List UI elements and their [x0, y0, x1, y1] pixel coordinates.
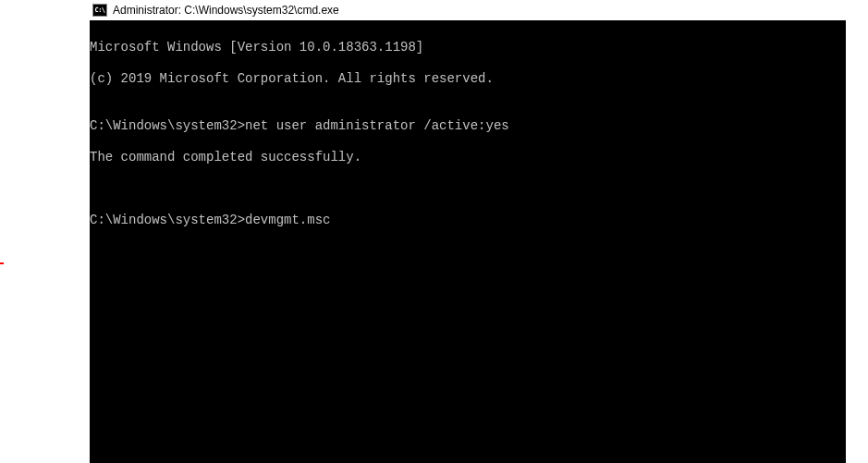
red-marker: [0, 262, 4, 264]
banner-line-2: (c) 2019 Microsoft Corporation. All righ…: [90, 71, 846, 87]
prompt-1: C:\Windows\system32>: [90, 118, 245, 134]
prompt-line-2: C:\Windows\system32>devmgmt.msc: [90, 213, 846, 228]
cursor: [330, 213, 337, 226]
prompt-line-1: C:\Windows\system32>net user administrat…: [90, 118, 846, 134]
terminal-area[interactable]: Microsoft Windows [Version 10.0.18363.11…: [90, 20, 846, 463]
banner-line-1: Microsoft Windows [Version 10.0.18363.11…: [90, 40, 846, 55]
window-titlebar[interactable]: C:\ Administrator: C:\Windows\system32\c…: [0, 0, 868, 20]
result-line-1: The command completed successfully.: [90, 150, 846, 165]
prompt-2: C:\Windows\system32>: [90, 213, 245, 228]
cmd-icon: C:\: [92, 4, 107, 17]
command-1: net user administrator /active:yes: [245, 118, 509, 134]
window-title: Administrator: C:\Windows\system32\cmd.e…: [113, 4, 339, 17]
command-2: devmgmt.msc: [245, 213, 330, 228]
